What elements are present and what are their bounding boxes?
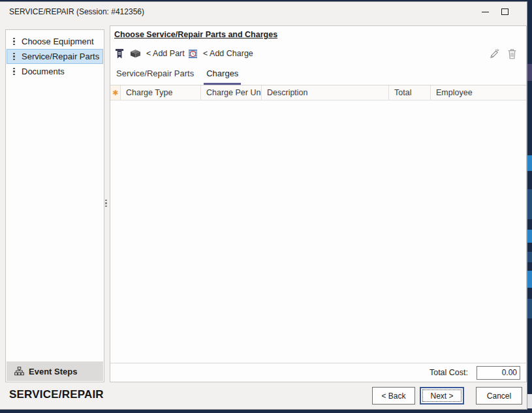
tab-bar: Service/Repair Parts Charges — [116, 67, 239, 84]
footer-title: SERVICE/REPAIR — [9, 388, 104, 401]
grid-empty-body[interactable] — [110, 100, 526, 363]
event-steps-label: Event Steps — [29, 367, 77, 376]
background-app-right-strip — [527, 0, 532, 413]
grip-dots-icon — [13, 53, 15, 60]
cancel-button[interactable]: Cancel — [476, 387, 522, 405]
column-header-total[interactable]: Total — [389, 85, 431, 100]
background-strip-segment — [527, 230, 532, 243]
charge-list-clock-icon[interactable] — [188, 43, 198, 64]
total-cost-input[interactable] — [477, 366, 520, 380]
splitter-grip[interactable] — [105, 200, 107, 208]
add-charge-label: < Add Charge — [203, 49, 253, 58]
edit-pen-icon[interactable] — [489, 43, 500, 64]
background-app-bottom-strip — [0, 410, 532, 413]
event-steps-button[interactable]: Event Steps — [7, 361, 103, 381]
service-repair-dialog: SERVICE/REPAIR (Session: #412356) Choose… — [0, 1, 527, 410]
charges-grid: ✱ Charge Type Charge Per Unit Descriptio… — [110, 85, 526, 363]
maximize-button[interactable] — [496, 2, 513, 22]
total-cost-row: Total Cost: — [110, 363, 526, 382]
grip-dots-icon — [13, 68, 15, 75]
background-strip-segment — [527, 64, 532, 81]
next-button[interactable]: Next > — [420, 387, 464, 405]
column-header-charge-type[interactable]: Charge Type — [121, 85, 201, 100]
minimize-icon — [482, 12, 489, 12]
parts-and-charges-panel: Choose Service/Repair Parts and Charges — [110, 25, 527, 382]
grip-dots-icon — [13, 38, 15, 45]
panel-heading: Choose Service/Repair Parts and Charges — [114, 30, 277, 39]
sitemap-icon — [14, 367, 24, 376]
minimize-button[interactable] — [477, 2, 493, 22]
tab-charges[interactable]: Charges — [206, 67, 239, 84]
background-strip-segment — [527, 299, 532, 318]
required-asterisk-icon: ✱ — [112, 89, 118, 97]
column-header-employee[interactable]: Employee — [431, 85, 526, 100]
add-part-button[interactable]: < Add Part — [143, 43, 185, 64]
add-charge-button[interactable]: < Add Charge — [200, 43, 253, 64]
sidebar-item-service-repair-parts[interactable]: Service/Repair Parts — [7, 49, 103, 64]
background-strip-segment — [527, 189, 532, 219]
package-box-icon[interactable] — [130, 43, 141, 64]
receipt-icon[interactable] — [115, 43, 125, 64]
window-title: SERVICE/REPAIR (Session: #412356) — [9, 2, 144, 22]
back-button[interactable]: < Back — [372, 387, 415, 405]
sidebar-item-label: Service/Repair Parts — [22, 52, 99, 61]
wizard-steps-sidebar: Choose Equipment Service/Repair Parts Do… — [5, 29, 104, 382]
background-strip-segment — [527, 271, 532, 288]
title-bar: SERVICE/REPAIR (Session: #412356) — [0, 2, 527, 22]
column-header-charge-per-unit[interactable]: Charge Per Unit — [201, 85, 262, 100]
background-strip-segment — [527, 155, 532, 171]
sidebar-item-documents[interactable]: Documents — [7, 64, 103, 79]
add-part-label: < Add Part — [146, 49, 185, 58]
toolbar: < Add Part < Add Charge — [110, 43, 526, 64]
sidebar-item-label: Documents — [22, 67, 65, 76]
sidebar-item-label: Choose Equipment — [22, 37, 94, 46]
required-column-header[interactable]: ✱ — [110, 85, 121, 100]
tab-service-repair-parts[interactable]: Service/Repair Parts — [116, 67, 195, 84]
background-strip-segment — [527, 252, 532, 262]
total-cost-label: Total Cost: — [430, 368, 468, 377]
wizard-steps-list: Choose Equipment Service/Repair Parts Do… — [6, 30, 104, 79]
column-header-description[interactable]: Description — [262, 85, 389, 100]
sidebar-item-choose-equipment[interactable]: Choose Equipment — [7, 34, 103, 49]
maximize-icon — [501, 8, 509, 15]
footer-bar: SERVICE/REPAIR < Back Next > Cancel — [0, 382, 527, 409]
background-strip-segment — [527, 394, 532, 408]
trash-icon[interactable] — [507, 43, 517, 64]
grid-header-row: ✱ Charge Type Charge Per Unit Descriptio… — [110, 85, 526, 100]
